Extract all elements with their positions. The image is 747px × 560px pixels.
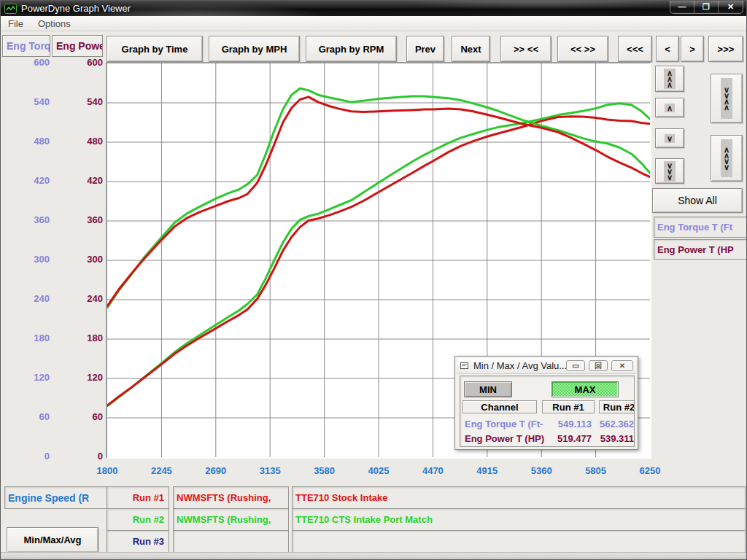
dialog-close-button[interactable]: ✕	[611, 360, 633, 371]
down-chevron-icon: ∨	[665, 134, 675, 143]
run3-label: Run #3	[107, 530, 169, 553]
table-row: Eng Torque T (Ft- 549.113 562.362	[460, 419, 635, 430]
minmax-dialog-title: Min / Max / Avg Valu...	[473, 360, 567, 371]
x-axis-tick-label: 4025	[353, 465, 404, 476]
torque-row-run1-value: 549.113	[542, 419, 592, 429]
next-button[interactable]: Next	[452, 36, 490, 62]
power-row-run2-value: 539.311	[595, 433, 634, 444]
minimize-button[interactable]: —	[670, 1, 694, 13]
close-button[interactable]: ✕	[719, 1, 743, 13]
power-channel-label[interactable]: Eng Power T (HP	[654, 239, 747, 260]
triple-down-chevron-icon: ∨∨∨	[664, 161, 676, 182]
x-axis-tick-label: 2245	[136, 465, 187, 476]
x-axis-tick-label: 5360	[516, 465, 567, 476]
torque-row-channel: Eng Torque T (Ft-	[465, 419, 543, 429]
power-row-run1-value: 519.477	[542, 433, 592, 444]
y-axis-tick-label: 300	[1, 254, 103, 265]
table-row: Eng Power T (HP) 519.477 539.311	[460, 433, 635, 445]
restore-button[interactable]: ❐	[694, 1, 719, 13]
run3-operator-field[interactable]	[173, 530, 289, 553]
minmax-avg-button[interactable]: Min/Max/Avg	[7, 527, 98, 553]
triple-up-chevron-icon: ∧∧∧	[664, 69, 676, 89]
scroll-left-button[interactable]: <	[656, 36, 679, 62]
scale-down-fast-button[interactable]: ∨∨∨	[655, 158, 684, 184]
zoom-out-button[interactable]: << >>	[557, 36, 608, 62]
torque-channel-label[interactable]: Eng Torque T (Ft	[654, 217, 747, 238]
x-axis-tick-label: 5805	[570, 465, 622, 476]
expand-chevrons-icon: ∧∧∨∨	[721, 139, 732, 177]
run2-operator-field[interactable]: NWMSFTS (Rushing,	[173, 508, 289, 531]
scale-up-button[interactable]: ∧	[655, 98, 684, 117]
y-axis-tick-label: 600	[1, 57, 103, 68]
x-axis-tick-label: 4470	[407, 465, 458, 476]
y-axis-tick-label: 360	[1, 214, 103, 225]
scale-down-button[interactable]: ∨	[655, 128, 684, 148]
app-window: PowerDyne Graph Viewer — ❐ ✕ File Option…	[0, 0, 747, 560]
y-axis-tick-label: 180	[1, 332, 103, 343]
x-axis-tick-label: 4915	[462, 465, 513, 476]
status-bar	[1, 552, 747, 559]
min-tab-button[interactable]: MIN	[464, 381, 512, 397]
y-expand-button[interactable]: ∧∧∨∨	[711, 135, 743, 182]
show-all-button[interactable]: Show All	[652, 188, 743, 213]
graph-by-rpm-button[interactable]: Graph by RPM	[306, 36, 397, 62]
torque-row-run2-value: 562.362	[595, 419, 634, 429]
scroll-right-button[interactable]: >	[681, 36, 704, 62]
y-axis-tick-label: 480	[1, 136, 103, 147]
dialog-icon	[460, 362, 470, 370]
window-controls: — ❐ ✕	[670, 1, 743, 14]
x-axis-tick-label: 2690	[190, 465, 241, 476]
run2-description-field[interactable]: TTE710 CTS Intake Port Match	[292, 508, 746, 531]
zoom-in-button[interactable]: >> <<	[500, 36, 551, 62]
run1-operator-field[interactable]: NWMSFTS (Rushing,	[173, 486, 289, 509]
dialog-minimize-button[interactable]: ▭	[566, 360, 585, 371]
y-axis-tick-label: 0	[1, 451, 103, 462]
y-axis-tick-label: 60	[1, 411, 103, 422]
run3-description-field[interactable]	[292, 530, 746, 553]
run2-label: Run #2	[107, 508, 169, 531]
scroll-far-right-button[interactable]: >>>	[708, 36, 743, 62]
y-axis-tick-label: 120	[1, 372, 103, 383]
run1-description-field[interactable]: TTE710 Stock Intake	[292, 486, 746, 509]
y-axis-tick-label: 540	[1, 96, 103, 107]
title-bar[interactable]: PowerDyne Graph Viewer — ❐ ✕	[1, 1, 747, 16]
x-axis-tick-label: 6250	[624, 465, 676, 476]
prev-button[interactable]: Prev	[406, 36, 444, 62]
graph-by-time-button[interactable]: Graph by Time	[107, 36, 203, 62]
graph-by-mph-button[interactable]: Graph by MPH	[209, 36, 300, 62]
x-axis-tick-label: 3580	[299, 465, 350, 476]
y-axis-tick-label: 240	[1, 293, 103, 304]
scroll-far-left-button[interactable]: <<<	[618, 36, 652, 62]
y-compress-button[interactable]: ∨∨∧∧	[711, 74, 743, 123]
minmax-dialog[interactable]: Min / Max / Avg Valu... ▭ 回 ✕ MIN MAX Ch…	[454, 356, 638, 450]
run1-label: Run #1	[107, 486, 169, 509]
x-axis-tick-label: 3135	[244, 465, 295, 476]
channel-column-header[interactable]: Channel	[462, 400, 537, 413]
scale-up-fast-button[interactable]: ∧∧∧	[655, 66, 684, 92]
max-tab-button[interactable]: MAX	[551, 381, 619, 397]
run1-column-header[interactable]: Run #1	[542, 400, 595, 413]
up-chevron-icon: ∧	[665, 104, 675, 112]
dialog-restore-button[interactable]: 回	[589, 360, 608, 371]
y-axis-tick-label: 420	[1, 175, 103, 186]
compress-chevrons-icon: ∨∨∧∧	[721, 78, 732, 119]
power-row-channel: Eng Power T (HP)	[465, 433, 544, 444]
menu-bar: File Options	[1, 16, 747, 31]
minmax-dialog-panel: MIN MAX Channel Run #1 Run #2 Eng Torque…	[460, 376, 635, 447]
minmax-dialog-titlebar[interactable]: Min / Max / Avg Valu... ▭ 回 ✕	[457, 358, 636, 374]
run2-column-header[interactable]: Run #2	[599, 400, 635, 413]
x-axis-tick-label: 1800	[82, 465, 133, 476]
